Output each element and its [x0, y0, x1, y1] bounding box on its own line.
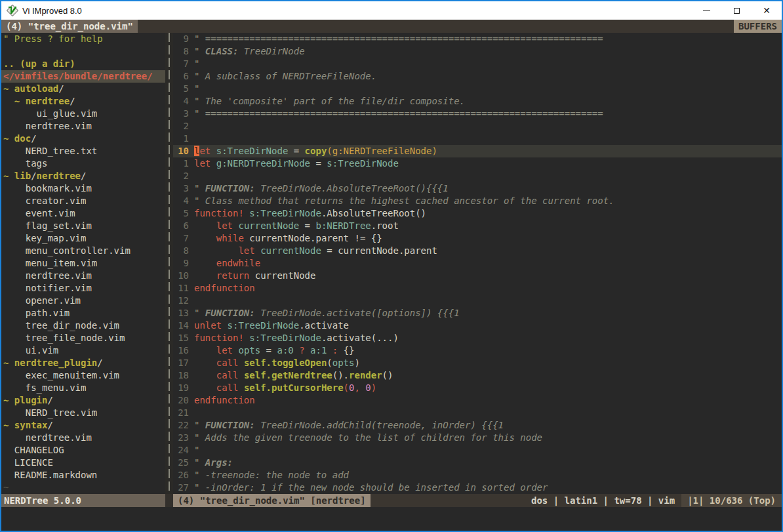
line-number: 10: [173, 270, 189, 282]
tree-row[interactable]: ~ doc/: [1, 133, 165, 145]
tree-row[interactable]: notifier.vim: [1, 282, 165, 295]
code-line[interactable]: 12: [173, 295, 782, 307]
tree-row[interactable]: .. (up a dir): [1, 58, 165, 70]
tree-row[interactable]: nerdtree.vim: [1, 432, 165, 444]
code-line[interactable]: 21: [173, 407, 782, 419]
line-number: 3: [173, 108, 189, 120]
code-line[interactable]: 23" Adds the given treenode to the list …: [173, 432, 782, 444]
tree-row[interactable]: exec_menuitem.vim: [1, 369, 165, 382]
command-line[interactable]: [1, 507, 782, 531]
line-number: 8: [173, 245, 189, 257]
code-line[interactable]: 9" =====================================…: [173, 33, 782, 45]
status-line: NERDTree 5.0.0 (4) "tree_dir_node.vim" […: [1, 494, 782, 507]
tree-row[interactable]: nerdtree.vim: [1, 120, 165, 133]
code-line[interactable]: 10 return currentNode: [173, 270, 782, 282]
tree-row[interactable]: README.markdown: [1, 469, 165, 481]
code-line[interactable]: 11endfunction: [173, 282, 782, 295]
vim-window: Vi IMproved 8.0 ✕ (4) "tree_dir_node.vim…: [0, 0, 783, 532]
code-line[interactable]: 27" -inOrder: 1 if the new node should b…: [173, 481, 782, 494]
tree-row[interactable]: nerdtree.vim: [1, 270, 165, 282]
tree-row[interactable]: menu_controller.vim: [1, 245, 165, 257]
tree-row[interactable]: NERD_tree.txt: [1, 145, 165, 157]
tree-row[interactable]: ui_glue.vim: [1, 108, 165, 120]
code-line[interactable]: 5function! s:TreeDirNode.AbsoluteTreeRoo…: [173, 207, 782, 220]
code-line[interactable]: 24": [173, 444, 782, 457]
tree-row[interactable]: opener.vim: [1, 295, 165, 307]
code-line[interactable]: 16 let opts = a:0 ? a:1 : {}: [173, 344, 782, 357]
tree-row[interactable]: tags: [1, 157, 165, 170]
code-line[interactable]: 3" =====================================…: [173, 108, 782, 120]
tree-row[interactable]: ~ nerdtree_plugin/: [1, 357, 165, 369]
code-line[interactable]: 1let g:NERDTreeDirNode = s:TreeDirNode: [173, 157, 782, 170]
line-number: 7: [173, 232, 189, 245]
code-line[interactable]: 10let s:TreeDirNode = copy(g:NERDTreeFil…: [173, 145, 782, 157]
code-line[interactable]: 19 call self.putCursorHere(0, 0): [173, 382, 782, 394]
code-line[interactable]: 22" FUNCTION: TreeDirNode.addChild(treen…: [173, 419, 782, 432]
tree-row[interactable]: NERD_tree.vim: [1, 407, 165, 419]
code-line[interactable]: 15function! s:TreeDirNode.activate(...): [173, 332, 782, 344]
code-line[interactable]: 4" Class method that returns the highest…: [173, 195, 782, 207]
code-line[interactable]: 7": [173, 58, 782, 70]
code-line[interactable]: 1: [173, 133, 782, 145]
tree-row[interactable]: menu_item.vim: [1, 257, 165, 270]
code-line[interactable]: 2: [173, 120, 782, 133]
tree-row[interactable]: ui.vim: [1, 344, 165, 357]
code-line[interactable]: 14unlet s:TreeDirNode.activate: [173, 319, 782, 332]
code-line[interactable]: 8 let currentNode = currentNode.parent: [173, 245, 782, 257]
tree-row[interactable]: bookmark.vim: [1, 182, 165, 195]
line-number: 12: [173, 295, 189, 307]
maximize-button[interactable]: [721, 1, 752, 20]
tree-row[interactable]: creator.vim: [1, 195, 165, 207]
code-line[interactable]: 9 endwhile: [173, 257, 782, 270]
code-line[interactable]: 2: [173, 170, 782, 182]
line-number: 2: [173, 170, 189, 182]
tree-row[interactable]: flag_set.vim: [1, 220, 165, 232]
code-line[interactable]: 8" CLASS: TreeDirNode: [173, 45, 782, 58]
code-line[interactable]: 5": [173, 83, 782, 95]
minimize-icon: [703, 10, 710, 11]
tree-row[interactable]: ~ nerdtree/: [1, 95, 165, 108]
code-line[interactable]: 6" A subclass of NERDTreeFileNode.: [173, 70, 782, 83]
status-gap: [165, 494, 173, 507]
code-line[interactable]: 25" Args:: [173, 457, 782, 469]
tree-row[interactable]: tree_file_node.vim: [1, 332, 165, 344]
line-number: 1: [173, 157, 189, 170]
tree-row[interactable]: ~ autoload/: [1, 83, 165, 95]
tree-row[interactable]: CHANGELOG: [1, 444, 165, 457]
tree-row[interactable]: </vimfiles/bundle/nerdtree/: [1, 70, 165, 83]
tree-row[interactable]: key_map.vim: [1, 232, 165, 245]
line-number: 9: [173, 257, 189, 270]
nerdtree-panel: " Press ? for help.. (up a dir)</vimfile…: [1, 33, 165, 494]
buffers-label: BUFFERS: [734, 20, 782, 33]
editor-panel: 9" =====================================…: [173, 33, 782, 494]
tree-row[interactable]: event.vim: [1, 207, 165, 220]
tree-row[interactable]: ~ syntax/: [1, 419, 165, 432]
tree-row[interactable]: ~ plugin/: [1, 394, 165, 407]
tab-active[interactable]: (4) "tree_dir_node.vim": [1, 20, 138, 33]
line-number: 7: [173, 58, 189, 70]
line-number: 10: [173, 145, 189, 157]
code-line[interactable]: 26" -treenode: the node to add: [173, 469, 782, 481]
tree-row[interactable]: fs_menu.vim: [1, 382, 165, 394]
line-number: 6: [173, 70, 189, 83]
window-title: Vi IMproved 8.0: [22, 6, 82, 16]
code-line[interactable]: 13" FUNCTION: TreeDirNode.activate([opti…: [173, 307, 782, 319]
close-button[interactable]: ✕: [752, 1, 782, 20]
code-line[interactable]: 6 let currentNode = b:NERDTree.root: [173, 220, 782, 232]
code-line[interactable]: 17 call self.toggleOpen(opts): [173, 357, 782, 369]
tree-row[interactable]: [1, 45, 165, 58]
code-line[interactable]: 4" The 'composite' part of the file/dir …: [173, 95, 782, 108]
tree-row[interactable]: ~ lib/nerdtree/: [1, 170, 165, 182]
tree-row[interactable]: LICENCE: [1, 457, 165, 469]
code-line[interactable]: 20endfunction: [173, 394, 782, 407]
nerdtree-status: NERDTree 5.0.0: [1, 494, 165, 507]
tree-row[interactable]: ~: [1, 481, 165, 494]
tree-row[interactable]: tree_dir_node.vim: [1, 319, 165, 332]
code-line[interactable]: 18 call self.getNerdtree().render(): [173, 369, 782, 382]
tree-row[interactable]: " Press ? for help: [1, 33, 165, 45]
code-line[interactable]: 3" FUNCTION: TreeDirNode.AbsoluteTreeRoo…: [173, 182, 782, 195]
window-separator[interactable]: [165, 33, 173, 494]
tree-row[interactable]: path.vim: [1, 307, 165, 319]
minimize-button[interactable]: [691, 1, 721, 20]
code-line[interactable]: 7 while currentNode.parent != {}: [173, 232, 782, 245]
